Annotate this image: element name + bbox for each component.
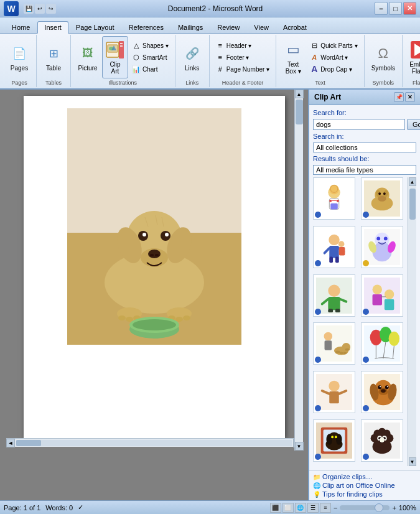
clipart-item-6[interactable] (361, 274, 403, 317)
undo-quick-icon[interactable]: ↩ (35, 4, 45, 14)
hscroll-left-btn[interactable]: ◄ (6, 439, 15, 447)
embedflash-icon (409, 40, 420, 60)
clipart-item-2[interactable] (361, 177, 403, 220)
tables-group-label: Tables (45, 78, 62, 86)
picture-button[interactable]: 🖼 Picture (75, 36, 101, 78)
vscroll-up-btn[interactable]: ▲ (295, 90, 304, 98)
panel-vertical-scrollbar[interactable]: ▲ ▼ (408, 177, 416, 466)
office-online-link[interactable]: 🌐 Clip art on Office Online (313, 482, 416, 489)
clipart-badge-3 (315, 260, 321, 266)
search-input[interactable] (313, 119, 405, 130)
footer-button[interactable]: ≡ Footer ▾ (213, 52, 272, 63)
embedflash-button[interactable]: EmbedFlash (406, 36, 420, 78)
panel-scroll-down-btn[interactable]: ▼ (409, 457, 416, 466)
clipart-item-11[interactable] (313, 419, 355, 462)
shapes-button[interactable]: △ Shapes ▾ (129, 40, 171, 51)
redo-quick-icon[interactable]: ↪ (46, 4, 56, 14)
wordart-button[interactable]: A WordArt ▾ (307, 52, 360, 63)
minimize-button[interactable]: − (375, 2, 388, 15)
view-print-btn[interactable]: ⬛ (270, 503, 281, 513)
tab-home[interactable]: Home (5, 21, 37, 33)
results-select[interactable]: All media file types (313, 165, 416, 175)
zoom-minus[interactable]: − (334, 504, 337, 512)
status-left: Page: 1 of 1 Words: 0 ✓ (4, 503, 83, 512)
clipart-button[interactable]: ClipArt (102, 36, 128, 78)
clipart-item-3[interactable] (313, 226, 355, 268)
clipart-item-7[interactable] (313, 322, 355, 365)
searchin-dropdown[interactable]: All collections (313, 143, 416, 152)
vscroll-thumb[interactable] (296, 100, 303, 124)
svg-rect-86 (384, 299, 393, 309)
organize-clips-link[interactable]: 📁 Organize clips… (313, 473, 416, 480)
maximize-button[interactable]: □ (389, 2, 402, 15)
zoom-thumb[interactable] (375, 503, 383, 512)
shapes-icon: △ (132, 41, 141, 50)
dropcap-label: Drop Cap ▾ (320, 66, 352, 73)
view-draft-btn[interactable]: ≡ (320, 503, 331, 513)
tips-link[interactable]: 💡 Tips for finding clips (313, 490, 416, 498)
doc-vertical-scrollbar[interactable]: ▲ ▼ (294, 90, 303, 451)
pages-button[interactable]: 📄 Pages (6, 36, 32, 78)
pages-label: Pages (11, 65, 28, 72)
panel-pin-button[interactable]: 📌 (394, 92, 404, 102)
panel-scroll-up-btn[interactable]: ▲ (409, 177, 416, 186)
clipart-item-10[interactable] (361, 371, 403, 413)
clipart-item-9[interactable] (313, 371, 355, 413)
save-quick-icon[interactable]: 💾 (24, 4, 34, 14)
ribbon-group-text: ▭ TextBox ▾ ⊟ Quick Parts ▾ A WordArt ▾ … (276, 35, 364, 87)
svg-point-25 (142, 233, 146, 236)
online-label: Clip art on Office Online (322, 482, 395, 489)
zoom-plus[interactable]: + (392, 504, 396, 512)
clipart-grid (313, 177, 408, 466)
tab-mailings[interactable]: Mailings (171, 21, 210, 33)
clipart-panel-header: Clip Art 📌 ✕ (309, 90, 420, 105)
clipart-badge-9 (315, 405, 321, 411)
clipart-item-8[interactable] (361, 322, 403, 365)
hscroll-track[interactable] (16, 440, 292, 446)
table-button[interactable]: ⊞ Table (40, 36, 67, 78)
header-button[interactable]: ≡ Header ▾ (213, 40, 272, 51)
tab-acrobat[interactable]: Acrobat (276, 21, 314, 33)
picture-icon: 🖼 (78, 44, 98, 63)
tab-references[interactable]: References (122, 21, 170, 33)
ribbon-group-flash: EmbedFlash Flash (403, 35, 420, 87)
svg-point-26 (165, 233, 169, 236)
tab-review[interactable]: Review (210, 21, 246, 33)
chart-button[interactable]: 📊 Chart (129, 63, 171, 75)
ribbon-group-pages: 📄 Pages Pages (2, 35, 37, 87)
view-web-btn[interactable]: 🌐 (295, 503, 306, 513)
wordart-label: WordArt ▾ (320, 54, 348, 61)
dropcap-button[interactable]: A Drop Cap ▾ (307, 63, 360, 75)
links-button[interactable]: 🔗 Links (179, 36, 205, 78)
svg-point-117 (385, 386, 388, 390)
panel-scroll-thumb[interactable] (409, 189, 416, 220)
quickparts-button[interactable]: ⊟ Quick Parts ▾ (307, 40, 360, 51)
document-area[interactable]: ◄ ► (0, 90, 308, 500)
hf-items: ≡ Header ▾ ≡ Footer ▾ # Page Number ▾ (213, 36, 272, 78)
zoom-slider[interactable] (340, 505, 390, 510)
textbox-button[interactable]: ▭ TextBox ▾ (280, 36, 306, 78)
searchin-select[interactable]: All collections (313, 143, 416, 152)
tab-view[interactable]: View (247, 21, 276, 33)
tab-insert[interactable]: Insert (37, 21, 68, 34)
tab-page-layout[interactable]: Page Layout (69, 21, 121, 33)
close-button[interactable]: ✕ (403, 2, 416, 15)
hscroll-thumb[interactable] (16, 440, 41, 446)
clipart-item-4[interactable] (361, 226, 403, 268)
symbols-button[interactable]: Ω Symbols (368, 36, 398, 78)
vscroll-down-btn[interactable]: ▼ (295, 442, 304, 451)
clipart-panel-body: Search for: Go Search in: All collection… (309, 105, 420, 470)
smartart-button[interactable]: ⬡ SmartArt (129, 52, 171, 63)
go-button[interactable]: Go (407, 119, 420, 130)
clipart-item-5[interactable] (313, 274, 355, 317)
pagenumber-button[interactable]: # Page Number ▾ (213, 63, 272, 75)
view-outline-btn[interactable]: ☰ (307, 503, 319, 513)
view-full-btn[interactable]: ⬜ (282, 503, 294, 513)
search-row: Go (313, 119, 416, 130)
panel-close-button[interactable]: ✕ (405, 92, 415, 102)
quickparts-icon: ⊟ (310, 41, 319, 50)
horizontal-scrollbar[interactable]: ◄ ► (6, 438, 302, 447)
results-dropdown[interactable]: All media file types (313, 165, 416, 175)
clipart-item-1[interactable] (313, 177, 355, 220)
clipart-item-12[interactable] (361, 419, 403, 462)
